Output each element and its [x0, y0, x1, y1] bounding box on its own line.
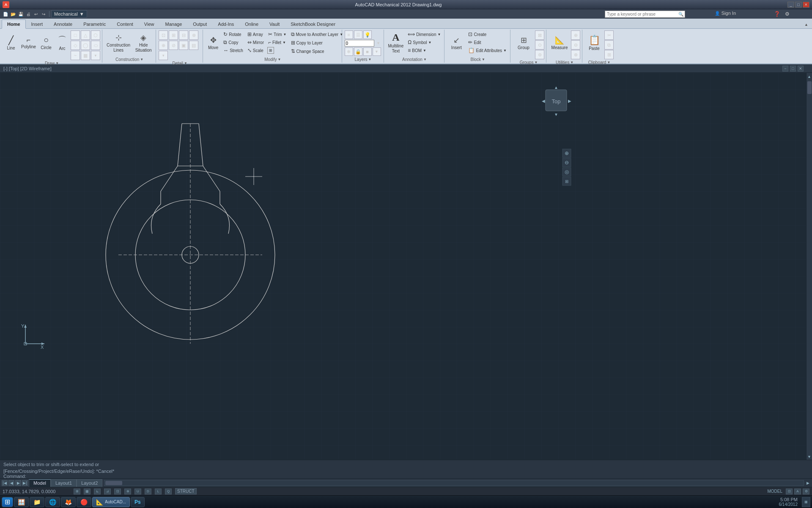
vertical-scrollbar[interactable]: ▲ ▼ [806, 73, 812, 460]
minimize-button[interactable]: _ [787, 2, 794, 8]
layer-color-button[interactable]: ■ [363, 47, 372, 56]
dimension-button[interactable]: ⟺ Dimension ▼ [406, 30, 442, 38]
grid-btn[interactable]: ▦ [84, 489, 91, 494]
polyline-button[interactable]: ⌐ Polyline [19, 30, 38, 55]
symbol-button[interactable]: Ω Symbol ▼ [406, 39, 442, 46]
tab-insert[interactable]: Insert [26, 19, 49, 28]
stretch-button[interactable]: ↔ Stretch [222, 47, 245, 54]
detail-btn1[interactable]: ⊡ [159, 30, 168, 40]
ortho-btn[interactable]: ⊾ [94, 489, 101, 494]
tab-manage[interactable]: Manage [160, 19, 188, 28]
line-button[interactable]: ╱ Line [3, 30, 19, 55]
more-shapes-button[interactable]: ▼ [91, 51, 100, 60]
layer-on-button[interactable]: 💡 [363, 30, 372, 39]
win-controls[interactable]: _ □ ✕ [787, 2, 809, 8]
qa-new[interactable]: 📄 [2, 10, 9, 18]
detail-btn3[interactable]: ⊟ [179, 30, 188, 40]
qa-undo[interactable]: ↩ [32, 10, 40, 18]
tab-output[interactable]: Output [187, 19, 212, 28]
clock-area[interactable]: 5:08 PM 6/14/2012 [779, 497, 801, 507]
tab-view[interactable]: View [139, 19, 160, 28]
tab-nav-last[interactable]: ▶| [22, 480, 28, 486]
layer-state-button[interactable]: ☰ [354, 30, 362, 39]
copy-clip-button[interactable]: ⧉ [604, 40, 614, 50]
viewport-restore[interactable]: □ [790, 66, 796, 72]
create-block-button[interactable]: ⊡ Create [466, 30, 508, 38]
layer-dropdown-btn[interactable]: ▼ [375, 40, 382, 47]
change-space-button[interactable]: ⇅ Change Space [289, 47, 340, 55]
horizontal-scrollbar[interactable] [104, 480, 804, 486]
block-group-label[interactable]: Block ▼ [471, 56, 485, 62]
tab-annotate[interactable]: Annotate [48, 19, 78, 28]
restore-button[interactable]: □ [795, 2, 802, 8]
measure-button[interactable]: 📐 Measure [549, 30, 570, 55]
viewport-close[interactable]: ✕ [798, 66, 804, 72]
rect-button[interactable]: □ [71, 30, 80, 40]
modify-group-label[interactable]: Modify ▼ [264, 56, 281, 62]
circle-button[interactable]: ○ Circle [38, 30, 54, 55]
tab-nav-first[interactable]: |◀ [2, 480, 8, 486]
bom-button[interactable]: ≡ BOM ▼ [406, 47, 442, 54]
layer-props-button[interactable]: ≡ [345, 30, 353, 39]
signin-button[interactable]: Sign In [721, 11, 736, 16]
edit-block-button[interactable]: ✏ Edit [466, 39, 508, 46]
insert-block-button[interactable]: ↙ Insert [447, 30, 466, 55]
detail-more[interactable]: ▼ [159, 51, 168, 60]
hatch-button[interactable]: ▦ [81, 51, 90, 60]
clipboard-group-label[interactable]: Clipboard ▼ [588, 59, 611, 65]
taskbar-photoshop[interactable]: Ps [131, 497, 145, 507]
detail-group-label[interactable]: Detail ▼ [172, 60, 187, 66]
copy-to-layer-button[interactable]: ⊞ Copy to Layer [289, 39, 340, 47]
taskbar-firefox[interactable]: 🦊 [61, 497, 76, 507]
tab-online[interactable]: Online [239, 19, 264, 28]
construction-group-label[interactable]: Construction ▼ [115, 56, 143, 62]
scroll-up-arrow[interactable]: ▲ [807, 74, 812, 80]
annotation-group-label[interactable]: Annotation ▼ [402, 56, 427, 62]
ribbon-collapse-btn[interactable]: ▲ [804, 22, 810, 28]
snap-btn[interactable]: ⊞ [74, 489, 80, 494]
detail-btn5[interactable]: ⊕ [159, 41, 168, 50]
tab-model[interactable]: Model [29, 479, 51, 487]
tab-nav-next[interactable]: ▶ [15, 480, 21, 486]
qa-save[interactable]: 💾 [17, 10, 25, 18]
spline-button[interactable]: ~ [71, 51, 80, 60]
h-scroll-right[interactable]: ▶ [806, 480, 810, 486]
move-to-layer-button[interactable]: ⧉ Move to Another Layer ▼ [289, 30, 340, 38]
util-btn1[interactable]: ⊕ [571, 30, 580, 40]
polar-btn[interactable]: ⊿ [104, 489, 111, 494]
qa-redo[interactable]: ↪ [40, 10, 47, 18]
layer-lock-button[interactable]: 🔒 [354, 47, 362, 56]
qp-btn[interactable]: Q [165, 489, 172, 494]
osnap-btn[interactable]: ⊡ [114, 489, 121, 494]
util-btn2[interactable]: ⊖ [571, 40, 580, 50]
tab-home[interactable]: Home [2, 19, 26, 29]
mirror-button[interactable]: ⇔ Mirror [246, 39, 266, 46]
taskbar-app1[interactable]: 🔴 [77, 497, 91, 507]
tab-vault[interactable]: Vault [264, 19, 285, 28]
utilities-group-label[interactable]: Utilities ▼ [556, 59, 573, 65]
groups-btn1[interactable]: ⊠ [535, 30, 544, 40]
paste-button[interactable]: 📋 Paste [585, 30, 604, 55]
lweight-btn[interactable]: L [155, 489, 162, 494]
settings-icon[interactable]: ⚙ [783, 10, 791, 18]
close-button[interactable]: ✕ [803, 2, 809, 8]
detail-btn2[interactable]: ⊞ [169, 30, 178, 40]
draw-group-label[interactable]: Draw ▼ [45, 60, 59, 66]
hex-button[interactable]: ⬡ [91, 30, 100, 40]
array-button[interactable]: ⊞ Array [246, 30, 266, 38]
otrack-btn[interactable]: ⊕ [124, 489, 131, 494]
layer-freeze-button[interactable]: ❄ [345, 47, 353, 56]
detail-btn4[interactable]: ⊗ [189, 30, 198, 40]
trim-button[interactable]: ✂ Trim ▼ [266, 30, 288, 38]
rotate-button[interactable]: ↻ Rotate [222, 30, 245, 38]
detail-btn8[interactable]: ▤ [189, 41, 198, 50]
search-input[interactable] [605, 12, 677, 17]
scroll-thumb[interactable] [807, 81, 812, 94]
workspace-settings-btn[interactable]: ⚙ [803, 489, 809, 494]
layers-group-label[interactable]: Layers ▼ [355, 56, 372, 62]
tab-nav-prev[interactable]: ◀ [8, 480, 14, 486]
copy-button[interactable]: ⧉ Copy [222, 39, 245, 46]
multiline-text-button[interactable]: A MultilineText [387, 30, 406, 55]
taskbar-explorer[interactable]: 🪟 [14, 497, 29, 507]
tab-layout1[interactable]: Layout1 [51, 479, 77, 487]
